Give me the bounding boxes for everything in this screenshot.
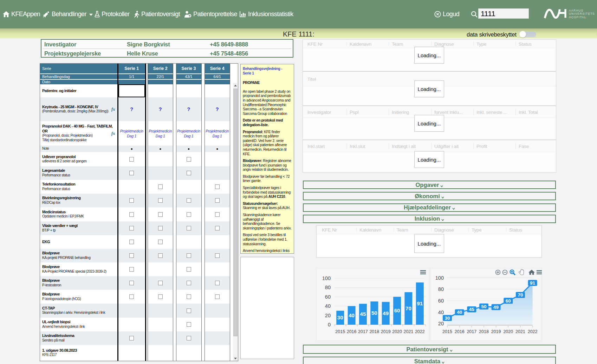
svg-text:40: 40 xyxy=(457,310,462,315)
svg-text:40: 40 xyxy=(438,310,444,315)
svg-text:40: 40 xyxy=(325,303,331,309)
svg-text:100: 100 xyxy=(435,275,444,281)
svg-text:20: 20 xyxy=(325,313,331,318)
svg-text:60: 60 xyxy=(325,294,331,300)
svg-text:2017: 2017 xyxy=(467,329,476,334)
svg-text:2018: 2018 xyxy=(479,329,489,334)
svg-text:2015: 2015 xyxy=(335,329,345,334)
svg-text:91: 91 xyxy=(417,300,423,306)
svg-text:40: 40 xyxy=(349,312,355,318)
svg-text:50: 50 xyxy=(371,310,377,316)
svg-text:60: 60 xyxy=(506,298,511,304)
svg-text:80: 80 xyxy=(438,286,444,292)
svg-text:45: 45 xyxy=(360,311,366,317)
svg-text:80: 80 xyxy=(325,285,331,290)
svg-text:2021: 2021 xyxy=(403,329,413,334)
svg-text:2022: 2022 xyxy=(415,329,425,334)
svg-text:2022: 2022 xyxy=(528,329,538,334)
svg-text:2020: 2020 xyxy=(392,329,402,334)
svg-text:2016: 2016 xyxy=(455,329,465,334)
svg-text:50: 50 xyxy=(481,304,486,309)
svg-text:2016: 2016 xyxy=(347,329,357,334)
svg-text:2019: 2019 xyxy=(491,329,501,334)
svg-text:100: 100 xyxy=(322,275,331,281)
svg-text:30: 30 xyxy=(444,316,450,321)
svg-text:30: 30 xyxy=(337,314,343,320)
svg-text:49: 49 xyxy=(493,305,499,310)
svg-text:2020: 2020 xyxy=(503,329,513,334)
svg-text:2021: 2021 xyxy=(515,329,525,334)
svg-text:20: 20 xyxy=(438,321,444,326)
svg-text:2017: 2017 xyxy=(358,329,368,334)
svg-text:0: 0 xyxy=(328,322,331,327)
svg-text:49: 49 xyxy=(383,310,389,316)
svg-text:70: 70 xyxy=(518,292,523,298)
svg-text:70: 70 xyxy=(405,305,411,311)
svg-text:91: 91 xyxy=(530,280,536,286)
svg-text:45: 45 xyxy=(469,307,475,312)
svg-text:2018: 2018 xyxy=(369,329,379,334)
svg-text:60: 60 xyxy=(438,298,444,304)
svg-text:2015: 2015 xyxy=(442,329,452,334)
svg-text:60: 60 xyxy=(394,307,400,313)
svg-text:2019: 2019 xyxy=(381,329,391,334)
